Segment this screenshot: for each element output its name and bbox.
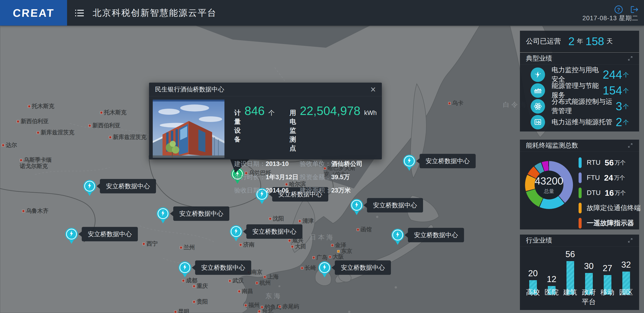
popup-field: 建设日期：2013-10 xyxy=(234,160,300,168)
field-value: 1年3月12日 xyxy=(266,174,298,181)
city-dot-icon xyxy=(142,243,145,245)
map-city-label: 托木斯克 xyxy=(28,103,54,109)
city-dot-icon xyxy=(37,131,39,134)
legend-unit: 万个 xyxy=(615,189,626,197)
typical-performance-item[interactable]: 电力运维与能源托管2个 xyxy=(520,114,639,130)
city-dot-icon xyxy=(239,244,242,246)
brand-logo-text: CREAT xyxy=(12,6,54,19)
operating-label: 公司已运营 xyxy=(526,36,561,46)
legend-item: DTU16万个 xyxy=(578,185,636,200)
map-city-label: 大田 xyxy=(291,243,306,250)
legend-name: DTU xyxy=(587,189,601,197)
city-dot-icon xyxy=(312,257,315,259)
bolt-icon xyxy=(353,201,360,209)
city-dot-icon xyxy=(269,218,272,220)
legend-item: FTU24万个 xyxy=(578,170,636,185)
city-dot-icon xyxy=(337,250,340,253)
atom-icon xyxy=(530,99,545,114)
map-city-label: 新库兹涅茨克 xyxy=(109,134,146,140)
field-sep: ： xyxy=(259,160,266,167)
panel-industry-performance: 行业业绩 201256302732 高校医院建筑政府平台移动园区 xyxy=(520,235,639,310)
bar-category-label: 医院 xyxy=(542,288,561,307)
map-pin[interactable] xyxy=(350,199,363,212)
bolt-icon xyxy=(530,67,545,82)
bar-value-label: 32 xyxy=(621,260,631,270)
field-sep: ： xyxy=(325,174,331,181)
map-pin[interactable] xyxy=(230,225,242,238)
map-pin[interactable] xyxy=(65,228,78,240)
expand-icon[interactable] xyxy=(628,238,633,243)
map-pin-label[interactable]: 安立桥数据中心 xyxy=(246,224,302,239)
map-city-label: 乌卡 xyxy=(448,100,463,106)
city-dot-icon xyxy=(28,105,30,108)
map-city-label: 东京 xyxy=(337,248,352,254)
current-date: 2017-08-13 星期二 xyxy=(582,14,638,22)
expand-icon[interactable] xyxy=(628,143,633,148)
datacenter-popup: 民生银行酒仙桥数据中心 × xyxy=(149,83,382,159)
item-count-unit: 个 xyxy=(623,103,629,110)
item-count-unit: 个 xyxy=(623,118,629,126)
item-label: 分布式能源控制与运营管理 xyxy=(552,97,616,116)
item-count: 244 xyxy=(603,68,622,81)
legend-value: 16 xyxy=(605,188,614,198)
field-sep: ： xyxy=(325,160,331,167)
datacenter-photo xyxy=(153,100,224,158)
map-pin-label[interactable]: 安立桥数据中心 xyxy=(195,260,251,275)
map-sea-label: 东海 xyxy=(266,292,282,301)
logout-icon[interactable] xyxy=(630,5,639,15)
bar-category-label: 高校 xyxy=(524,288,542,307)
map-pin[interactable] xyxy=(178,261,191,274)
menu-list-icon[interactable] xyxy=(75,9,84,17)
legend-name: RTU xyxy=(587,159,600,166)
map-pin[interactable] xyxy=(157,207,169,220)
city-dot-icon xyxy=(174,311,177,313)
legend-color-pill xyxy=(578,203,582,213)
typical-performance-item[interactable]: 电力监控与用电安全244个 xyxy=(520,67,639,83)
bolt-icon xyxy=(232,228,240,236)
field-label: 验收单位 xyxy=(300,160,325,167)
field-value: 23万米 xyxy=(331,187,351,194)
close-icon[interactable]: × xyxy=(370,85,376,93)
map-pin-label[interactable]: 安立桥数据中心 xyxy=(100,179,156,193)
map-city-label: 乌斯季卡缅 诺戈尔斯克 xyxy=(20,157,52,169)
legend-name: FTU xyxy=(587,174,600,182)
map-pin[interactable] xyxy=(392,229,404,241)
legend-value: 56 xyxy=(605,158,614,167)
city-dot-icon xyxy=(258,310,260,313)
donut-total: 43200 xyxy=(535,175,563,187)
city-dot-icon xyxy=(229,280,231,282)
map-city-label: 南昌 xyxy=(238,288,253,294)
bar-category-label: 移动 xyxy=(598,288,617,307)
city-dot-icon xyxy=(301,267,303,270)
expand-icon[interactable] xyxy=(628,56,633,61)
map-pin-label[interactable]: 安立桥数据中心 xyxy=(367,198,423,213)
map-pin[interactable] xyxy=(318,261,331,274)
city-dot-icon xyxy=(264,276,266,278)
bolt-icon xyxy=(86,182,93,190)
map-city-label: 长崎 xyxy=(301,265,316,271)
field-label: 建设日期 xyxy=(234,160,259,167)
map-pin-label[interactable]: 安立桥数据中心 xyxy=(82,227,138,241)
bar-value-label: 56 xyxy=(565,250,575,259)
map-pin-label[interactable]: 安立桥数据中心 xyxy=(173,206,229,221)
typical-performance-item[interactable]: 能源管理与节能服务154个 xyxy=(520,83,639,98)
map-pin[interactable] xyxy=(403,155,416,167)
map-pin-label[interactable]: 安立桥数据中心 xyxy=(408,228,464,242)
map-city-label: 托木斯克 xyxy=(100,109,126,115)
bar-category-label: 政府平台 xyxy=(580,288,598,307)
map-city-label: 杭州 xyxy=(256,280,271,286)
map-pin-label[interactable]: 安立桥数据中心 xyxy=(420,154,476,168)
popup-field: 投资金额：39.5万 xyxy=(300,173,377,181)
map-pin[interactable] xyxy=(83,180,96,192)
city-dot-icon xyxy=(180,247,182,249)
popup-stat-devices: 计量设备 846 个 xyxy=(234,104,275,144)
panel-typical-performance: 典型业绩 电力监控与用电安全244个能源管理与节能服务154个分布式能源控制与运… xyxy=(520,53,639,131)
map-city-label: 昆明 xyxy=(174,308,189,313)
map-pin-label[interactable]: 安立桥数据中心 xyxy=(335,260,391,275)
map-city-label: 金泽 xyxy=(331,242,346,248)
stat-label: 用电监测点 xyxy=(290,108,296,153)
item-count: 3 xyxy=(616,100,622,113)
legend-item: 一遥故障指示器 xyxy=(578,216,636,231)
help-circle-icon[interactable]: ? xyxy=(614,5,623,15)
typical-performance-item[interactable]: 分布式能源控制与运营管理3个 xyxy=(520,98,639,114)
